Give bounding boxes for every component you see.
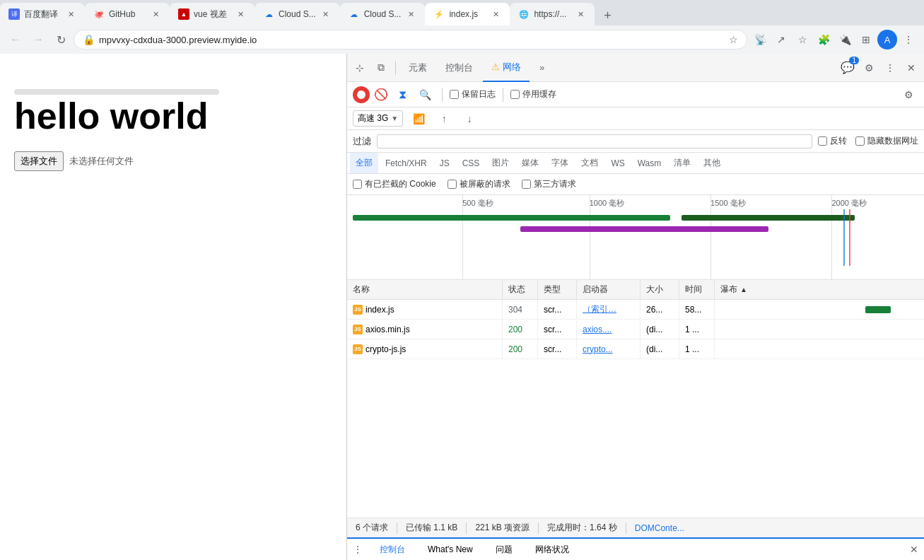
devtools-tab-console[interactable]: 控制台 <box>437 54 481 82</box>
third-party-label[interactable]: 第三方请求 <box>522 178 576 190</box>
devtools-cursor-tool[interactable]: ⊹ <box>350 58 370 78</box>
toolbar2-settings-btn[interactable]: ⚙ <box>899 85 918 105</box>
tab-close-cloud2[interactable]: ✕ <box>405 8 416 20</box>
net-tab-manifest[interactable]: 清单 <box>668 153 696 174</box>
new-tab-button[interactable]: + <box>597 6 617 25</box>
th-size[interactable]: 大小 <box>641 280 679 299</box>
th-initiator[interactable]: 启动器 <box>577 280 641 299</box>
filter-icon-btn[interactable]: ⧗ <box>392 85 412 105</box>
disable-cache-checkbox-label[interactable]: 停用缓存 <box>510 88 556 100</box>
blocked-requests-checkbox[interactable] <box>448 180 457 189</box>
menu-icon[interactable]: ⋮ <box>899 30 918 49</box>
net-tab-ws[interactable]: WS <box>605 153 630 174</box>
tab-cloud1[interactable]: ☁ Cloud S... ✕ <box>255 3 340 25</box>
net-tab-font[interactable]: 字体 <box>546 153 574 174</box>
th-type[interactable]: 类型 <box>538 280 577 299</box>
table-row[interactable]: JS index.js 304 scr... （索引… 26... 58... <box>347 300 924 320</box>
preserve-log-checkbox[interactable] <box>450 90 459 99</box>
devtools-settings-btn[interactable]: ⚙ <box>859 58 879 78</box>
devtools-tab-more[interactable]: » <box>531 54 553 82</box>
tab-cloud2[interactable]: ☁ Cloud S... ✕ <box>340 3 426 25</box>
reverse-checkbox-label[interactable]: 反转 <box>818 135 847 147</box>
th-waterfall[interactable]: 瀑布 ▲ <box>715 280 924 299</box>
th-time[interactable]: 时间 <box>679 280 715 299</box>
share-icon[interactable]: ↗ <box>771 30 791 49</box>
record-button[interactable] <box>353 86 370 103</box>
console-tab-network-conditions[interactable]: 网络状况 <box>524 539 580 560</box>
has-intercepted-label[interactable]: 有已拦截的 Cookie <box>353 178 436 190</box>
disable-cache-checkbox[interactable] <box>510 90 520 99</box>
tab-baidu[interactable]: 译 百度翻译 ✕ <box>0 3 85 25</box>
tab-close-https[interactable]: ✕ <box>575 8 586 20</box>
tab-indexjs[interactable]: ⚡ index.js ✕ <box>425 3 510 25</box>
devtools-tab-network[interactable]: ⚠ 网络 <box>483 54 530 82</box>
reload-button[interactable]: ↻ <box>51 30 71 49</box>
search-icon: 🔍 <box>419 89 431 100</box>
net-tab-img[interactable]: 图片 <box>486 153 515 174</box>
download-btn[interactable]: ↓ <box>460 109 479 129</box>
tab-close-vue[interactable]: ✕ <box>235 8 246 20</box>
net-tab-all[interactable]: 全部 <box>350 153 378 174</box>
td-name-cryptojs: JS crypto-js.js <box>347 339 503 358</box>
console-close-btn[interactable]: ✕ <box>904 538 924 560</box>
initiator-link-axios[interactable]: axios.... <box>583 325 612 334</box>
network-table-wrapper[interactable]: 名称 状态 类型 启动器 大小 时间 瀑布 <box>347 280 924 518</box>
net-tab-css[interactable]: CSS <box>457 153 486 174</box>
devtools-messages-btn[interactable]: 💬 1 <box>838 58 858 78</box>
devtools-more-btn[interactable]: ⋮ <box>880 58 900 78</box>
initiator-link-cryptojs[interactable]: crypto... <box>583 344 613 354</box>
table-row[interactable]: JS axios.min.js 200 scr... axios.... (di… <box>347 320 924 339</box>
devtools-close-btn[interactable]: ✕ <box>901 58 921 78</box>
table-row[interactable]: JS crypto-js.js 200 scr... crypto... (di… <box>347 339 924 359</box>
upload-btn[interactable]: ↑ <box>434 109 454 129</box>
console-tab-whatsnew[interactable]: What's New <box>416 539 484 560</box>
net-tab-doc[interactable]: 文档 <box>575 153 604 174</box>
net-tab-media[interactable]: 媒体 <box>516 153 544 174</box>
tab-close-cloud1[interactable]: ✕ <box>320 8 332 20</box>
wifi-settings-btn[interactable]: 📶 <box>409 109 428 129</box>
third-party-checkbox[interactable] <box>522 180 531 189</box>
filter-input[interactable] <box>377 134 812 148</box>
tab-close-indexjs[interactable]: ✕ <box>490 8 501 20</box>
extension-icon[interactable]: 🔌 <box>835 30 855 49</box>
devtools-tab-elements[interactable]: 元素 <box>400 54 435 82</box>
th-status[interactable]: 状态 <box>503 280 538 299</box>
devtools-layers-tool[interactable]: ⧉ <box>371 58 391 78</box>
net-tab-fetch-xhr[interactable]: Fetch/XHR <box>380 153 433 174</box>
message-badge: 1 <box>849 57 859 64</box>
back-button[interactable]: ← <box>6 30 25 49</box>
th-name[interactable]: 名称 <box>347 280 503 299</box>
url-bar[interactable]: 🔒 mpvvxy-cdxdua-3000.preview.myide.io ☆ <box>74 30 747 49</box>
tab-close-github[interactable]: ✕ <box>150 8 161 20</box>
dom-content-link[interactable]: DOMConte... <box>635 523 684 533</box>
hide-data-urls-checkbox[interactable] <box>855 136 865 146</box>
tab-vue[interactable]: ▲ vue 视差 ✕ <box>170 3 255 25</box>
has-intercepted-checkbox[interactable] <box>353 180 362 189</box>
cast-icon[interactable]: 📡 <box>750 30 770 49</box>
console-tab-console[interactable]: 控制台 <box>368 539 416 560</box>
net-tab-js[interactable]: JS <box>434 153 455 174</box>
stop-button[interactable]: 🚫 <box>373 86 390 103</box>
preserve-log-checkbox-label[interactable]: 保留日志 <box>450 88 496 100</box>
initiator-link-indexjs[interactable]: （索引… <box>583 303 616 315</box>
tab-github[interactable]: 🐙 GitHub ✕ <box>85 3 170 25</box>
net-tab-wasm[interactable]: Wasm <box>632 153 667 174</box>
console-tab-issues[interactable]: 问题 <box>484 539 524 560</box>
forward-button[interactable]: → <box>28 30 48 49</box>
network-warning-icon: ⚠ <box>491 62 500 72</box>
blocked-requests-label[interactable]: 被屏蔽的请求 <box>448 178 510 190</box>
td-name-axios: JS axios.min.js <box>347 320 503 339</box>
hide-data-urls-label[interactable]: 隐藏数据网址 <box>855 135 918 147</box>
console-menu-btn[interactable]: ⋮ <box>347 538 368 560</box>
net-tab-other[interactable]: 其他 <box>698 153 726 174</box>
puzzle-icon[interactable]: 🧩 <box>814 30 834 49</box>
tab-close-baidu[interactable]: ✕ <box>65 8 76 20</box>
tab-https[interactable]: 🌐 https://... ✕ <box>510 3 595 25</box>
speed-selector[interactable]: 高速 3G ▼ <box>353 110 403 127</box>
profile-icon[interactable]: A <box>877 30 897 49</box>
bookmark-star-icon[interactable]: ☆ <box>793 30 812 49</box>
grid-icon[interactable]: ⊞ <box>856 30 876 49</box>
file-choose-button[interactable]: 选择文件 <box>14 151 64 171</box>
reverse-checkbox[interactable] <box>818 136 827 146</box>
search-icon-btn[interactable]: 🔍 <box>415 85 435 105</box>
